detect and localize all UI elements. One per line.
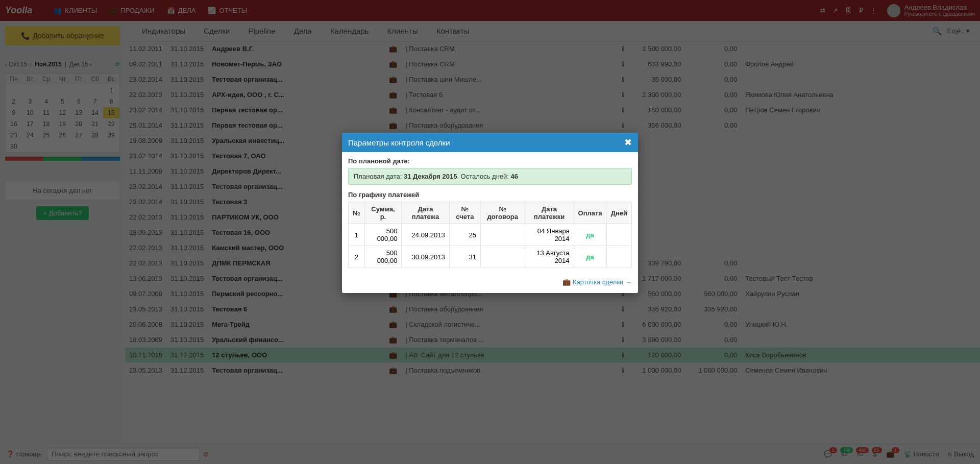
modal-title: Параметры контроля сделки (348, 138, 450, 147)
modal-header: Параметры контроля сделки ✖ (342, 133, 638, 152)
deal-card-link[interactable]: Карточка сделки → (573, 278, 632, 286)
payment-row: 2500 000,0030.09.20133113 Августа 2014да (349, 246, 632, 268)
modal-overlay: Параметры контроля сделки ✖ По плановой … (0, 0, 980, 464)
payments-table: №Сумма, р.Дата платежа№ счета№ договораД… (348, 202, 632, 268)
payments-section-title: По графику платежей (348, 191, 632, 199)
deal-control-modal: Параметры контроля сделки ✖ По плановой … (342, 133, 638, 293)
payment-row: 1500 000,0024.09.20132504 Января 2014да (349, 224, 632, 246)
plan-date-box: Плановая дата: 31 Декабря 2015. Осталось… (348, 168, 632, 185)
close-icon[interactable]: ✖ (624, 137, 632, 148)
briefcase-icon: 💼 (562, 278, 571, 286)
plan-section-title: По плановой дате: (348, 157, 632, 165)
